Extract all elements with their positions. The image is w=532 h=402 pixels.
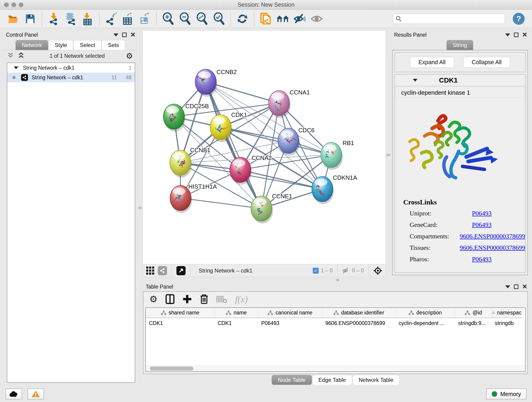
network-options-gear-icon[interactable]: ⚙ bbox=[126, 52, 133, 60]
delete-table-icon[interactable] bbox=[216, 295, 227, 303]
add-column-icon[interactable] bbox=[182, 294, 192, 304]
attribute-type-icon bbox=[161, 310, 166, 315]
node-HIST1H1A[interactable]: HIST1H1A bbox=[170, 183, 217, 213]
memory-button[interactable]: Memory bbox=[486, 389, 526, 400]
crosslink-link[interactable]: P06493 bbox=[472, 221, 492, 229]
node-RB1[interactable]: RB1 bbox=[321, 140, 354, 170]
attribute-type-icon bbox=[409, 310, 414, 315]
hide-selected-icon[interactable] bbox=[292, 12, 307, 26]
expand-all-networks-icon[interactable] bbox=[7, 52, 14, 60]
collapse-all-button[interactable]: Collapse All bbox=[463, 57, 510, 68]
gene-description: cyclin-dependent kinase 1 bbox=[395, 86, 525, 98]
zoom-fit-icon[interactable] bbox=[195, 12, 209, 26]
node-CCNB1[interactable]: CCNB1 bbox=[170, 147, 210, 178]
import-table-icon[interactable] bbox=[80, 12, 95, 26]
table-cell[interactable]: P06493 bbox=[258, 318, 322, 328]
node-CDKN1A[interactable]: CDKN1A bbox=[312, 174, 357, 204]
table-horizontal-scrollbar[interactable] bbox=[146, 365, 525, 371]
warning-status-button[interactable] bbox=[27, 389, 44, 400]
table-options-gear-icon[interactable]: ⚙ bbox=[149, 294, 158, 304]
selected-nodes-checkbox[interactable]: ✓ bbox=[313, 268, 319, 274]
show-columns-icon[interactable] bbox=[165, 294, 175, 304]
node-CCNB2[interactable]: CCNB2 bbox=[195, 69, 237, 97]
collapse-panel-icon[interactable] bbox=[114, 33, 119, 36]
home-icon[interactable] bbox=[275, 12, 290, 26]
node-CDC6[interactable]: CDC6 bbox=[278, 127, 315, 156]
delete-column-icon[interactable] bbox=[200, 294, 209, 304]
expand-all-button[interactable]: Expand All bbox=[410, 57, 454, 68]
table-cell[interactable]: CDK1 bbox=[146, 318, 215, 328]
network-row[interactable]: String Network – cdk1 11 48 bbox=[7, 73, 135, 82]
float-results-icon[interactable] bbox=[514, 32, 519, 37]
tab-edge-table[interactable]: Edge Table bbox=[312, 375, 352, 385]
node-CCNE1[interactable]: CCNE1 bbox=[251, 193, 292, 223]
crosslink-link[interactable]: P06493 bbox=[472, 210, 492, 217]
table-cell[interactable]: stringdb bbox=[492, 318, 521, 328]
column-header-shared-name[interactable]: shared name bbox=[146, 308, 215, 318]
collapse-all-networks-icon[interactable] bbox=[18, 52, 24, 60]
cloud-status-button[interactable] bbox=[6, 389, 22, 400]
node-CDC25B[interactable]: CDC25B bbox=[163, 103, 209, 132]
crosslink-link[interactable]: 9606.ENSP00000378699 bbox=[460, 244, 525, 251]
tab-network[interactable]: Network bbox=[16, 40, 48, 50]
search-input[interactable] bbox=[393, 14, 505, 24]
table-cell[interactable]: CDK1 bbox=[215, 318, 258, 328]
float-table-icon[interactable] bbox=[514, 284, 519, 289]
network-canvas[interactable]: CCNB2CCNA1CDC25BCDK1CDC6RB1CCNB1CCNA2CDK… bbox=[143, 30, 386, 264]
close-table-icon[interactable]: ✕ bbox=[522, 284, 527, 289]
column-header-canonical-name[interactable]: canonical name bbox=[258, 308, 322, 318]
save-session-icon[interactable] bbox=[23, 12, 38, 26]
show-all-icon[interactable] bbox=[309, 12, 324, 26]
table-cell[interactable]: 9606.ENSP00000378699 bbox=[322, 318, 395, 328]
node-CDK1[interactable]: CDK1 bbox=[210, 111, 247, 142]
tab-style[interactable]: Style bbox=[49, 40, 73, 50]
collapse-results-icon[interactable] bbox=[505, 33, 510, 36]
table-cell[interactable]: stringdb:9... bbox=[455, 318, 492, 328]
column-header--id[interactable]: @id bbox=[455, 308, 492, 318]
grid-view-icon[interactable] bbox=[146, 266, 155, 275]
export-image-icon[interactable] bbox=[138, 12, 152, 26]
node-label-CDK1: CDK1 bbox=[231, 111, 247, 118]
zoom-selected-icon[interactable] bbox=[212, 12, 226, 26]
open-session-icon[interactable] bbox=[6, 12, 21, 26]
function-builder-icon[interactable]: f(x) bbox=[235, 294, 248, 305]
float-panel-icon[interactable] bbox=[122, 32, 127, 37]
tab-string[interactable]: String bbox=[447, 40, 473, 50]
tab-node-table[interactable]: Node Table bbox=[272, 375, 312, 385]
network-collection-row[interactable]: String Network – cdk1 1 bbox=[7, 63, 135, 73]
crosslink-link[interactable]: 9606.ENSP00000378699 bbox=[460, 233, 525, 240]
edge-HIST1H1A-CCNE1[interactable] bbox=[181, 198, 261, 209]
table-row[interactable]: CDK1CDK1P064939606.ENSP00000378699cyclin… bbox=[146, 318, 521, 328]
column-header-namespac[interactable]: namespac bbox=[492, 308, 521, 318]
birds-eye-view-icon[interactable] bbox=[177, 266, 186, 275]
zoom-in-icon[interactable] bbox=[161, 12, 176, 26]
column-header-name[interactable]: name bbox=[215, 308, 258, 318]
collection-expand-icon[interactable] bbox=[14, 66, 18, 69]
crosslink-link[interactable]: P06493 bbox=[472, 255, 492, 263]
refresh-icon[interactable] bbox=[235, 12, 250, 26]
table-cell[interactable]: cyclin-dependent ... bbox=[395, 318, 455, 328]
left-splitter[interactable] bbox=[138, 30, 143, 386]
gene-collapse-icon[interactable] bbox=[413, 79, 418, 82]
tab-network-table[interactable]: Network Table bbox=[353, 375, 400, 385]
horizontal-splitter[interactable] bbox=[143, 277, 529, 283]
fit-content-icon[interactable] bbox=[373, 266, 382, 275]
column-header-database-identifier[interactable]: database identifier bbox=[322, 308, 395, 318]
export-table-icon[interactable] bbox=[120, 12, 135, 26]
export-network-icon[interactable] bbox=[104, 12, 118, 26]
string-style-icon[interactable] bbox=[158, 266, 167, 275]
collapse-table-icon[interactable] bbox=[505, 285, 510, 288]
import-network-icon[interactable] bbox=[46, 12, 61, 26]
tab-select[interactable]: Select bbox=[74, 40, 101, 50]
node-table[interactable]: shared namenamecanonical namedatabase id… bbox=[145, 307, 526, 372]
help-icon[interactable]: ? bbox=[513, 13, 525, 25]
copy-style-icon[interactable] bbox=[259, 12, 273, 26]
close-panel-icon[interactable]: ✕ bbox=[130, 32, 136, 37]
zoom-out-icon[interactable] bbox=[178, 12, 192, 26]
import-database-icon[interactable] bbox=[63, 12, 78, 26]
column-header-description[interactable]: description bbox=[395, 308, 455, 318]
right-splitter[interactable] bbox=[386, 30, 391, 277]
edge-CCNA2-CDKN1A[interactable] bbox=[240, 170, 322, 189]
close-results-icon[interactable]: ✕ bbox=[522, 32, 527, 37]
tab-sets[interactable]: Sets bbox=[102, 40, 125, 50]
